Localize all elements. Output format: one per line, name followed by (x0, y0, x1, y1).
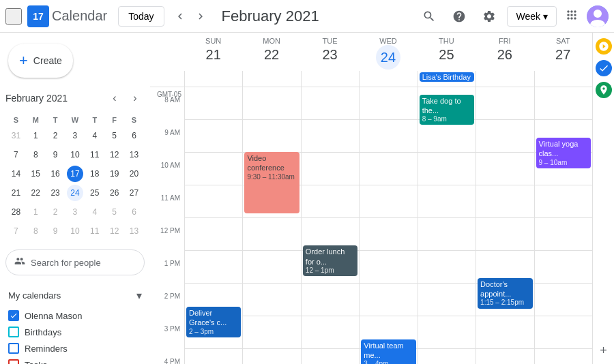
mini-cal-day[interactable]: 5 (106, 204, 123, 220)
my-calendars-section: My calendars ▾ Olenna MasonBirthdaysRemi… (0, 284, 150, 364)
mini-cal-day[interactable]: 26 (106, 185, 123, 201)
day-column: Order lunch for o...12 – 1pm (301, 87, 359, 364)
mini-cal-day[interactable]: 3 (67, 127, 83, 144)
calendar-event[interactable]: Virtual yoga clas...9 – 10am (536, 138, 591, 168)
today-button[interactable]: Today (118, 6, 164, 27)
calendar-item[interactable]: Reminders (5, 340, 145, 357)
mini-cal-day[interactable]: 8 (27, 147, 44, 163)
mini-cal-day[interactable]: 18 (87, 166, 103, 182)
mini-cal-day[interactable]: 24 (67, 185, 83, 201)
calendar-event[interactable]: Deliver Grace's c...2 – 3pm (186, 307, 241, 337)
mini-cal-day[interactable]: 6 (126, 127, 143, 144)
mini-cal-day[interactable]: 13 (126, 147, 143, 163)
time-grid: GMT-058 AM9 AM10 AM11 AM12 PM1 PM2 PM3 P… (150, 87, 592, 364)
hour-line (535, 87, 592, 120)
day-column: Doctor's appoint...1:15 – 2:15pm (476, 87, 533, 364)
user-avatar[interactable] (587, 5, 609, 27)
next-week-button[interactable] (190, 6, 211, 27)
apps-button[interactable] (562, 5, 581, 27)
right-icon-green[interactable] (596, 82, 612, 98)
day-number[interactable]: 27 (534, 45, 592, 64)
mini-cal-next[interactable]: › (126, 89, 145, 108)
mini-cal-day[interactable]: 10 (67, 223, 83, 239)
search-button[interactable] (417, 4, 441, 29)
mini-cal-day[interactable]: 2 (47, 127, 63, 144)
calendar-event[interactable]: Video conference9:30 – 11:30am (244, 152, 299, 213)
mini-cal-day[interactable]: 1 (27, 127, 44, 144)
day-number[interactable]: 24 (376, 45, 400, 70)
mini-calendar: February 2021 ‹ › SMTWTFS 31123456789101… (0, 89, 150, 241)
mini-cal-day[interactable]: 5 (106, 127, 123, 144)
day-number[interactable]: 25 (418, 45, 476, 64)
mini-cal-day[interactable]: 14 (8, 166, 24, 182)
mini-cal-day[interactable]: 12 (106, 223, 123, 239)
mini-cal-day[interactable]: 17 (67, 166, 83, 182)
mini-cal-day[interactable]: 12 (106, 147, 123, 163)
mini-cal-day[interactable]: 16 (47, 166, 63, 182)
day-number[interactable]: 26 (476, 45, 533, 64)
day-number[interactable]: 23 (301, 45, 359, 64)
mini-cal-day[interactable]: 25 (87, 185, 103, 201)
calendar-event[interactable]: Doctor's appoint...1:15 – 2:15pm (478, 278, 532, 309)
mini-cal-day[interactable]: 19 (106, 166, 123, 182)
mini-cal-day[interactable]: 10 (67, 147, 83, 163)
mini-cal-day[interactable]: 15 (27, 166, 44, 182)
mini-cal-day[interactable]: 11 (87, 223, 103, 239)
create-button[interactable]: + Create (8, 44, 73, 78)
hour-line (476, 316, 533, 349)
all-day-cell (242, 71, 300, 87)
my-calendars-header[interactable]: My calendars ▾ (5, 284, 145, 307)
mini-cal-day[interactable]: 1 (27, 204, 44, 220)
search-people[interactable]: Search for people (5, 249, 145, 275)
right-icon-yellow[interactable] (596, 38, 612, 55)
mini-cal-day[interactable]: 3 (67, 204, 83, 220)
hour-line (185, 251, 242, 284)
hour-line (418, 153, 476, 185)
mini-cal-day[interactable]: 9 (47, 147, 63, 163)
mini-cal-day[interactable]: 2 (47, 204, 63, 220)
all-day-cell (184, 71, 242, 87)
calendar-item[interactable]: Olenna Mason (5, 307, 145, 324)
mini-cal-day[interactable]: 31 (8, 127, 24, 144)
day-number[interactable]: 22 (242, 45, 300, 64)
all-day-event[interactable]: Lisa's Birthday (420, 72, 474, 82)
settings-button[interactable] (477, 4, 501, 29)
mini-cal-day[interactable]: 27 (126, 185, 143, 201)
calendar-event[interactable]: Virtual team me...3 – 4pm (361, 339, 415, 364)
mini-cal-day[interactable]: 28 (8, 204, 24, 220)
hour-line (302, 153, 359, 185)
calendar-event[interactable]: Order lunch for o...12 – 1pm (303, 245, 357, 276)
hour-line (185, 87, 242, 120)
hour-line (302, 284, 359, 316)
mini-cal-day[interactable]: 6 (126, 204, 143, 220)
mini-cal-day[interactable]: 7 (8, 147, 24, 163)
view-selector[interactable]: Week ▾ (507, 6, 557, 27)
prev-week-button[interactable] (170, 6, 190, 27)
mini-cal-day[interactable]: 4 (87, 127, 103, 144)
mini-cal-day[interactable]: 20 (126, 166, 143, 182)
mini-cal-day[interactable]: 4 (87, 204, 103, 220)
mini-cal-prev[interactable]: ‹ (105, 89, 124, 108)
calendar-event[interactable]: Take dog to the...8 – 9am (420, 95, 474, 125)
mini-cal-day[interactable]: 21 (8, 185, 24, 201)
mini-cal-day[interactable]: 22 (27, 185, 44, 201)
mini-cal-day[interactable]: 13 (126, 223, 143, 239)
help-button[interactable] (447, 4, 471, 29)
menu-button[interactable] (5, 8, 22, 25)
mini-cal-day[interactable]: 11 (87, 147, 103, 163)
right-add-button[interactable]: + (596, 342, 612, 359)
hour-line (476, 218, 533, 251)
gmt-spacer (150, 33, 184, 71)
hour-line (476, 153, 533, 185)
right-icon-blue[interactable] (596, 60, 612, 76)
mini-cal-day[interactable]: 23 (47, 185, 63, 201)
calendar-item[interactable]: Tasks (5, 357, 145, 364)
calendar-item[interactable]: Birthdays (5, 324, 145, 340)
svg-point-1 (594, 10, 602, 18)
mini-cal-day[interactable]: 8 (27, 223, 44, 239)
mini-cal-day[interactable]: 9 (47, 223, 63, 239)
mini-cal-day[interactable]: 7 (8, 223, 24, 239)
day-number[interactable]: 21 (184, 45, 242, 64)
hour-line (243, 218, 300, 251)
time-slot-label: 4 PM (150, 358, 184, 364)
